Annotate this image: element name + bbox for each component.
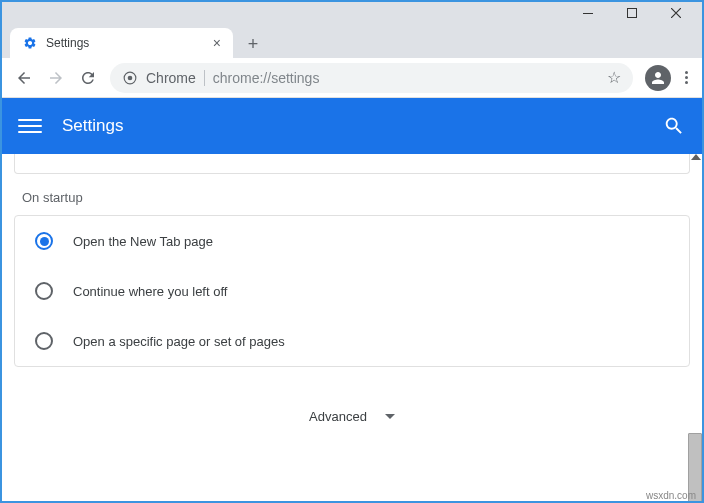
radio-icon	[35, 232, 53, 250]
window-controls	[2, 2, 702, 24]
radio-label: Open the New Tab page	[73, 234, 213, 249]
url-path: chrome://settings	[213, 70, 599, 86]
radio-icon	[35, 332, 53, 350]
svg-rect-1	[628, 9, 637, 18]
scroll-up-arrow-icon[interactable]	[691, 154, 701, 160]
chevron-down-icon	[385, 414, 395, 419]
settings-header: Settings	[2, 98, 702, 154]
omnibox[interactable]: Chrome chrome://settings ☆	[110, 63, 633, 93]
search-icon[interactable]	[662, 114, 686, 138]
chrome-icon	[122, 70, 138, 86]
radio-option-new-tab[interactable]: Open the New Tab page	[15, 216, 689, 266]
bookmark-star-icon[interactable]: ☆	[607, 68, 621, 87]
maximize-button[interactable]	[610, 2, 654, 24]
profile-avatar[interactable]	[645, 65, 671, 91]
radio-option-specific-pages[interactable]: Open a specific page or set of pages	[15, 316, 689, 366]
previous-card-edge	[14, 154, 690, 174]
advanced-toggle[interactable]: Advanced	[6, 391, 698, 446]
svg-rect-0	[583, 13, 593, 14]
page-title: Settings	[62, 116, 662, 136]
content-area: On startup Open the New Tab page Continu…	[2, 154, 702, 503]
tab-strip: Settings × +	[2, 24, 702, 58]
gear-icon	[22, 35, 38, 51]
minimize-button[interactable]	[566, 2, 610, 24]
advanced-label: Advanced	[309, 409, 367, 424]
tab-title: Settings	[46, 36, 205, 50]
radio-option-continue[interactable]: Continue where you left off	[15, 266, 689, 316]
radio-label: Open a specific page or set of pages	[73, 334, 285, 349]
section-label: On startup	[22, 190, 682, 205]
reload-button[interactable]	[74, 64, 102, 92]
svg-point-3	[128, 75, 133, 80]
tab-close-icon[interactable]: ×	[213, 35, 221, 51]
hamburger-menu-icon[interactable]	[18, 114, 42, 138]
url-origin: Chrome	[146, 70, 205, 86]
radio-label: Continue where you left off	[73, 284, 227, 299]
radio-icon	[35, 282, 53, 300]
forward-button[interactable]	[42, 64, 70, 92]
new-tab-button[interactable]: +	[239, 30, 267, 58]
tab-settings[interactable]: Settings ×	[10, 28, 233, 58]
toolbar: Chrome chrome://settings ☆	[2, 58, 702, 98]
kebab-menu-icon[interactable]	[679, 71, 694, 84]
watermark: wsxdn.com	[646, 490, 696, 501]
back-button[interactable]	[10, 64, 38, 92]
close-button[interactable]	[654, 2, 698, 24]
startup-card: Open the New Tab page Continue where you…	[14, 215, 690, 367]
